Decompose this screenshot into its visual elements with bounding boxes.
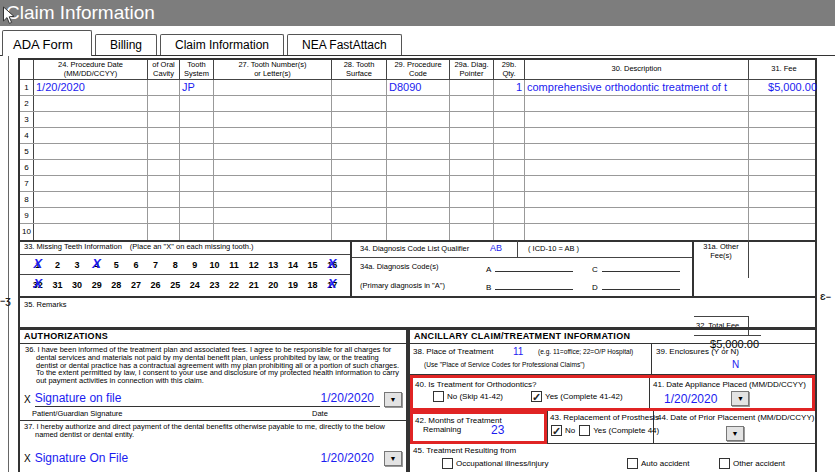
ortho-yes-checkbox[interactable]: ✓	[531, 391, 542, 402]
cell-oral_cavity[interactable]	[148, 128, 180, 143]
tooth-26[interactable]: 26	[146, 276, 166, 294]
cell-surface[interactable]	[332, 192, 387, 207]
cell-tooth_system[interactable]	[180, 160, 214, 175]
other-accident-checkbox[interactable]	[719, 458, 730, 469]
cell-tooth_numbers[interactable]	[214, 96, 332, 111]
tooth-3[interactable]: 3	[67, 256, 87, 274]
cell-num[interactable]: 5	[20, 144, 34, 159]
cell-date[interactable]	[34, 128, 148, 143]
table-row[interactable]: 4	[20, 128, 815, 144]
cell-tooth_numbers[interactable]	[214, 208, 332, 223]
cell-pointer[interactable]	[450, 224, 494, 240]
tooth-12[interactable]: 12	[244, 256, 264, 274]
tooth-32[interactable]: 32X	[28, 276, 48, 294]
cell-oral_cavity[interactable]	[148, 160, 180, 175]
cell-oral_cavity[interactable]	[148, 80, 180, 95]
cell-oral_cavity[interactable]	[148, 112, 180, 127]
subscriber-signature-date[interactable]: 1/20/2020	[321, 451, 374, 466]
cell-fee[interactable]	[749, 128, 819, 143]
tooth-30[interactable]: 30	[67, 276, 87, 294]
cell-num[interactable]: 3	[20, 112, 34, 127]
patient-signature-date[interactable]: 1/20/2020	[321, 391, 374, 406]
cell-tooth_numbers[interactable]	[214, 128, 332, 143]
prosthesis-no-checkbox[interactable]: ✓	[551, 425, 562, 436]
cell-description[interactable]	[525, 176, 749, 191]
diagnosis-slot-b[interactable]: B	[486, 279, 573, 297]
cell-surface[interactable]	[332, 160, 387, 175]
tooth-25[interactable]: 25	[165, 276, 185, 294]
tooth-6[interactable]: 6	[126, 256, 146, 274]
cell-tooth_system[interactable]	[180, 112, 214, 127]
cell-pointer[interactable]	[450, 160, 494, 175]
cell-tooth_numbers[interactable]	[214, 192, 332, 207]
cell-pointer[interactable]	[450, 80, 494, 95]
tooth-8[interactable]: 8	[165, 256, 185, 274]
cell-num[interactable]: 4	[20, 128, 34, 143]
appliance-date-dropdown-button[interactable]: ▼	[731, 391, 749, 406]
cell-code[interactable]	[387, 192, 450, 207]
cell-qty[interactable]	[494, 128, 525, 143]
enclosures-value[interactable]: N	[732, 359, 739, 370]
cell-qty[interactable]: 1	[494, 80, 525, 95]
tab-nea-fastattach[interactable]: NEA FastAttach	[287, 34, 402, 55]
cell-num[interactable]: 2	[20, 96, 34, 111]
cell-description[interactable]: comprehensive orthodontic treatment of t	[525, 80, 749, 95]
cell-qty[interactable]	[494, 224, 525, 240]
patient-signature-value[interactable]: Signature on file	[35, 391, 122, 406]
ortho-no-checkbox[interactable]	[433, 391, 444, 402]
table-row[interactable]: 7	[20, 176, 815, 192]
diagnosis-c-line[interactable]	[602, 263, 680, 272]
subscriber-date-dropdown-button[interactable]: ▼	[384, 451, 402, 466]
cell-surface[interactable]	[332, 208, 387, 223]
cell-surface[interactable]	[332, 80, 387, 95]
cell-code[interactable]: D8090	[387, 80, 450, 95]
table-row[interactable]: 9	[20, 208, 815, 224]
cell-date[interactable]	[34, 224, 148, 240]
tooth-14[interactable]: 14	[283, 256, 303, 274]
cell-code[interactable]	[387, 208, 450, 223]
prior-placement-dropdown-button[interactable]: ▼	[726, 426, 744, 441]
cell-date[interactable]	[34, 144, 148, 159]
cell-tooth_numbers[interactable]	[214, 224, 332, 240]
tooth-4[interactable]: 4X	[87, 256, 107, 274]
cell-num[interactable]: 6	[20, 160, 34, 175]
tooth-15[interactable]: 15	[303, 256, 323, 274]
cell-code[interactable]	[387, 96, 450, 111]
table-row[interactable]: 10	[20, 224, 815, 240]
cell-code[interactable]	[387, 128, 450, 143]
tooth-18[interactable]: 18	[303, 276, 323, 294]
occupational-illness-checkbox[interactable]	[442, 458, 453, 469]
tooth-19[interactable]: 19	[283, 276, 303, 294]
diagnosis-b-line[interactable]	[495, 281, 573, 290]
tooth-9[interactable]: 9	[185, 256, 205, 274]
cell-tooth_numbers[interactable]	[214, 80, 332, 95]
cell-fee[interactable]	[749, 112, 819, 127]
cell-tooth_numbers[interactable]	[214, 176, 332, 191]
prosthesis-yes-checkbox[interactable]	[579, 425, 590, 436]
cell-num[interactable]: 7	[20, 176, 34, 191]
tooth-17[interactable]: 17X	[322, 276, 342, 294]
cell-qty[interactable]	[494, 176, 525, 191]
appliance-date-value[interactable]: 1/20/2020	[664, 392, 717, 406]
tooth-16[interactable]: 16X	[322, 256, 342, 274]
cell-pointer[interactable]	[450, 144, 494, 159]
tab-ada-form[interactable]: ADA Form	[2, 30, 92, 56]
cell-surface[interactable]	[332, 112, 387, 127]
tooth-23[interactable]: 23	[205, 276, 225, 294]
table-row[interactable]: 8	[20, 192, 815, 208]
cell-code[interactable]	[387, 160, 450, 175]
cell-tooth_numbers[interactable]	[214, 144, 332, 159]
diagnosis-d-line[interactable]	[602, 281, 680, 290]
tooth-20[interactable]: 20	[264, 276, 284, 294]
table-row[interactable]: 11/20/2020JPD80901comprehensive orthodon…	[20, 80, 815, 96]
tooth-7[interactable]: 7	[146, 256, 166, 274]
cell-fee[interactable]	[749, 192, 819, 207]
auto-accident-checkbox[interactable]	[627, 458, 638, 469]
patient-signature-field[interactable]: Signature on file 1/20/2020	[35, 391, 380, 407]
cell-qty[interactable]	[494, 144, 525, 159]
cell-date[interactable]	[34, 192, 148, 207]
tooth-5[interactable]: 5	[107, 256, 127, 274]
cell-pointer[interactable]	[450, 96, 494, 111]
cell-description[interactable]	[525, 112, 749, 127]
cell-surface[interactable]	[332, 96, 387, 111]
